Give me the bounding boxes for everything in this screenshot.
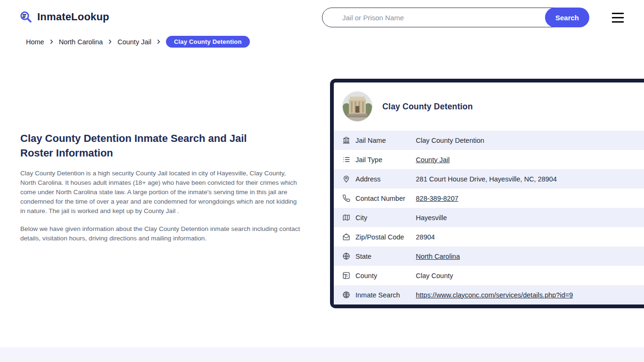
table-row: Inmate Searchhttps://www.clayconc.com/se… [334, 285, 644, 304]
menu-icon[interactable] [612, 13, 624, 23]
table-row: Jail NameClay County Detention [334, 131, 644, 150]
row-value-link[interactable]: County Jail [416, 156, 450, 164]
bank-icon [342, 136, 350, 144]
breadcrumb-link-home[interactable]: Home [26, 38, 44, 46]
search-input[interactable] [322, 8, 567, 27]
map-icon [342, 214, 350, 222]
row-value: 28904 [416, 233, 435, 241]
table-row: CityHayesville [334, 208, 644, 227]
table-row: StateNorth Carolina [334, 247, 644, 266]
row-label: Contact Number [355, 195, 416, 202]
breadcrumb: HomeNorth CarolinaCounty JailClay County… [26, 36, 250, 48]
envelope-icon [342, 233, 350, 241]
chevron-right-icon [156, 39, 161, 44]
row-value: Clay County [416, 272, 453, 280]
facility-title: Clay County Detention [382, 102, 473, 112]
footer-strip [0, 347, 644, 362]
map-pin-icon [342, 175, 350, 183]
facility-details-table: Jail NameClay County DetentionJail TypeC… [334, 131, 644, 304]
article: Clay County Detention Inmate Search and … [20, 131, 300, 243]
row-label: Zip/Postal Code [355, 233, 416, 241]
row-label: Jail Name [355, 137, 416, 144]
row-value: 281 Court House Drive, Hayesville, NC, 2… [416, 175, 557, 183]
row-value-link[interactable]: 828-389-8207 [416, 195, 458, 202]
row-label: Jail Type [355, 156, 416, 164]
row-value-link[interactable]: https://www.clayconc.com/services/detail… [416, 291, 573, 299]
facility-avatar [342, 91, 372, 122]
facility-card: Clay County Detention Jail NameClay Coun… [330, 79, 644, 308]
row-label: Inmate Search [355, 291, 416, 299]
row-value: Clay County Detention [416, 137, 484, 144]
intro-paragraph: Clay County Detention is a high security… [20, 169, 300, 216]
row-value-link[interactable]: North Carolina [416, 253, 460, 260]
globe-grid-icon [342, 291, 350, 299]
phone-icon [342, 194, 350, 202]
row-value: Hayesville [416, 214, 447, 222]
brand-logo[interactable]: InmateLookup [19, 10, 109, 24]
facility-card-header: Clay County Detention [334, 82, 644, 131]
table-row: Address281 Court House Drive, Hayesville… [334, 169, 644, 189]
row-label: State [355, 253, 416, 260]
inmatelookup-logo-icon [19, 10, 33, 24]
table-row: Contact Number828-389-8207 [334, 189, 644, 208]
table-row: Zip/Postal Code28904 [334, 227, 644, 247]
row-label: City [355, 214, 416, 222]
breadcrumb-link-county-jail[interactable]: County Jail [117, 38, 151, 46]
county-map-icon [342, 272, 350, 280]
breadcrumb-current-badge: Clay County Detention [166, 36, 250, 48]
chevron-right-icon [49, 39, 54, 44]
globe-icon [342, 252, 350, 260]
row-label: Address [355, 175, 416, 183]
breadcrumb-link-north-carolina[interactable]: North Carolina [59, 38, 103, 46]
search-bar: Search [322, 8, 589, 27]
table-row: CountyClay County [334, 266, 644, 285]
search-button[interactable]: Search [545, 8, 589, 27]
table-row: Jail TypeCounty Jail [334, 150, 644, 169]
chevron-right-icon [107, 39, 113, 44]
list-icon [342, 156, 350, 164]
page-title: Clay County Detention Inmate Search and … [20, 131, 279, 160]
info-paragraph: Below we have given information about th… [20, 224, 300, 243]
brand-name: InmateLookup [37, 11, 109, 23]
row-label: County [355, 272, 416, 280]
